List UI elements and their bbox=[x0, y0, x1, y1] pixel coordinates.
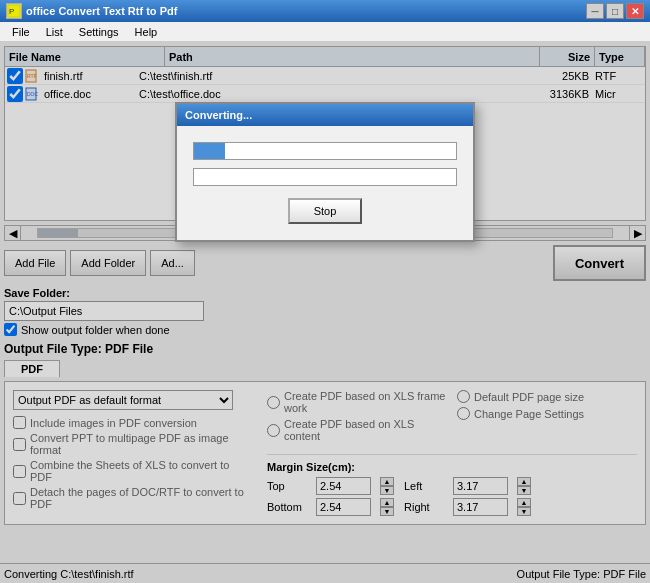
menu-file[interactable]: File bbox=[4, 24, 38, 40]
modal-title-bar: Converting... bbox=[177, 104, 473, 126]
title-bar: P office Convert Text Rtf to Pdf ─ □ ✕ bbox=[0, 0, 650, 22]
menu-list[interactable]: List bbox=[38, 24, 71, 40]
window-title: office Convert Text Rtf to Pdf bbox=[26, 5, 177, 17]
window-controls: ─ □ ✕ bbox=[586, 3, 644, 19]
converting-dialog: Converting... Stop bbox=[175, 102, 475, 242]
minimize-button[interactable]: ─ bbox=[586, 3, 604, 19]
progress-bar-secondary bbox=[193, 168, 457, 186]
main-content: File Name Path Size Type RTF finish.rtf bbox=[0, 42, 650, 583]
stop-button[interactable]: Stop bbox=[288, 198, 363, 224]
menu-bar: File List Settings Help bbox=[0, 22, 650, 42]
modal-title: Converting... bbox=[185, 109, 252, 121]
app-icon: P bbox=[6, 3, 22, 19]
menu-help[interactable]: Help bbox=[127, 24, 166, 40]
svg-text:P: P bbox=[9, 7, 14, 16]
modal-body: Stop bbox=[177, 126, 473, 240]
progress-bar-primary bbox=[193, 142, 457, 160]
close-button[interactable]: ✕ bbox=[626, 3, 644, 19]
progress-fill-primary bbox=[194, 143, 225, 159]
modal-buttons: Stop bbox=[193, 198, 457, 224]
maximize-button[interactable]: □ bbox=[606, 3, 624, 19]
modal-overlay: Converting... Stop bbox=[0, 42, 650, 583]
menu-settings[interactable]: Settings bbox=[71, 24, 127, 40]
title-bar-left: P office Convert Text Rtf to Pdf bbox=[6, 3, 177, 19]
